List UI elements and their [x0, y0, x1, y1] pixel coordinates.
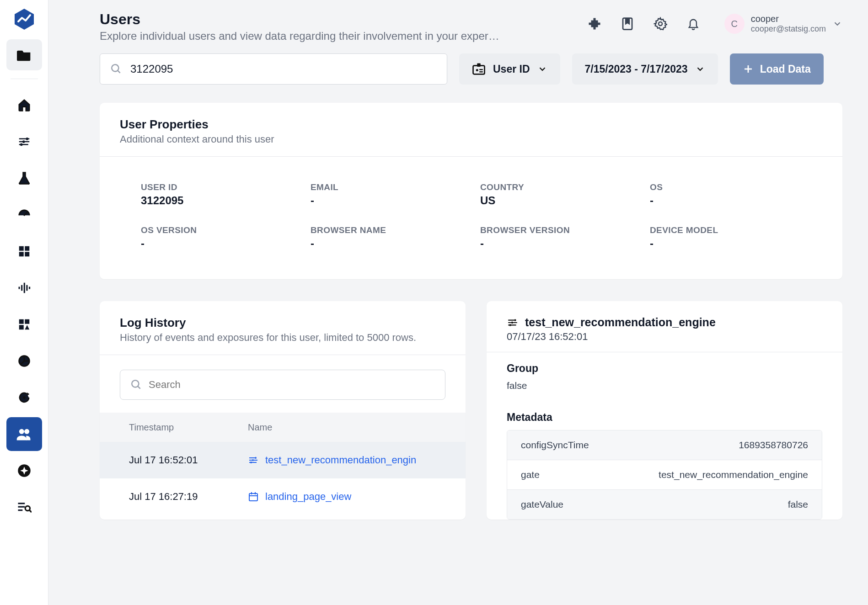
nav-refresh[interactable] — [6, 381, 42, 414]
prop-label: DEVICE MODEL — [650, 225, 801, 235]
metadata-row: gateValue false — [507, 490, 822, 519]
nav-speed[interactable] — [6, 198, 42, 232]
svg-rect-13 — [19, 319, 23, 324]
svg-rect-23 — [18, 506, 25, 508]
user-email: cooper@statsig.com — [751, 24, 826, 34]
svg-line-30 — [118, 70, 120, 73]
meta-key: gateValue — [521, 499, 563, 510]
svg-point-33 — [476, 69, 478, 71]
prop-value: - — [650, 237, 801, 250]
user-properties-title: User Properties — [120, 117, 822, 132]
puzzle-icon[interactable] — [586, 16, 603, 32]
id-type-selector[interactable]: User ID — [459, 53, 560, 85]
nav-tune[interactable] — [6, 125, 42, 159]
page-title: Users — [100, 11, 499, 28]
log-history-subtitle: History of events and exposures for this… — [120, 332, 445, 344]
svg-point-17 — [23, 396, 26, 399]
nav-query[interactable] — [6, 490, 42, 524]
user-search-input[interactable] — [130, 63, 437, 75]
gear-icon[interactable] — [652, 16, 669, 32]
top-actions: C cooper cooper@statsig.com — [586, 14, 842, 34]
log-table-header: Timestamp Name — [100, 413, 466, 442]
log-search[interactable] — [120, 370, 445, 400]
chevron-down-icon — [832, 19, 842, 29]
page-title-block: Users Explore individual users and view … — [100, 11, 499, 42]
chevron-down-icon — [537, 64, 547, 74]
prop-label: COUNTRY — [480, 182, 632, 192]
svg-rect-43 — [249, 494, 257, 501]
page-subtitle: Explore individual users and view data r… — [100, 30, 499, 42]
filters-row: User ID 7/15/2023 - 7/17/2023 Load Data — [100, 53, 842, 85]
badge-icon — [472, 63, 486, 75]
folder-button[interactable] — [6, 39, 42, 70]
svg-rect-12 — [29, 287, 30, 289]
user-search[interactable] — [100, 53, 447, 85]
user-properties-card: User Properties Additional context aroun… — [100, 103, 842, 279]
col-name: Name — [248, 422, 445, 433]
detail-title: test_new_recommendation_engine — [525, 316, 716, 329]
svg-rect-11 — [26, 285, 27, 291]
svg-rect-6 — [19, 252, 23, 256]
svg-rect-8 — [18, 287, 20, 289]
detail-timestamp: 07/17/23 16:52:01 — [507, 331, 822, 343]
user-properties-subtitle: Additional context around this user — [120, 133, 822, 145]
metadata-label: Metadata — [507, 411, 822, 424]
nav-dashboard[interactable] — [6, 234, 42, 268]
nav-explore[interactable] — [6, 454, 42, 488]
bell-icon[interactable] — [685, 16, 702, 32]
log-row[interactable]: Jul 17 16:52:01 test_new_recommendation_… — [100, 442, 466, 478]
user-name: cooper — [751, 14, 826, 24]
svg-point-38 — [132, 380, 139, 387]
svg-point-41 — [252, 459, 254, 461]
group-label: Group — [507, 362, 822, 375]
row-name: landing_page_view — [265, 491, 351, 503]
nav-users[interactable] — [6, 417, 42, 451]
sidebar — [0, 0, 48, 605]
prop-label: OS — [650, 182, 801, 192]
log-history-card: Log History History of events and exposu… — [100, 301, 466, 520]
user-menu[interactable]: C cooper cooper@statsig.com — [724, 14, 842, 34]
prop-value: - — [141, 237, 292, 250]
event-detail-card: test_new_recommendation_engine 07/17/23 … — [487, 301, 842, 520]
meta-value: test_new_recommendation_engine — [659, 469, 808, 480]
nav-home[interactable] — [6, 88, 42, 122]
svg-point-49 — [509, 324, 511, 326]
chevron-down-icon — [695, 64, 705, 74]
svg-point-1 — [26, 138, 28, 140]
nav-pie[interactable] — [6, 344, 42, 378]
bottom-row: Log History History of events and exposu… — [100, 301, 842, 520]
sliders-icon — [248, 455, 259, 466]
meta-key: configSyncTime — [521, 440, 589, 451]
row-name: test_new_recommendation_engin — [265, 454, 416, 466]
app-logo[interactable] — [12, 7, 36, 31]
nav-pulse[interactable] — [6, 271, 42, 305]
metadata-row: configSyncTime 1689358780726 — [507, 430, 822, 460]
svg-point-19 — [24, 430, 29, 434]
meta-value: false — [788, 499, 808, 510]
prop-value: - — [650, 194, 801, 207]
group-value: false — [507, 380, 822, 391]
log-search-input[interactable] — [149, 379, 435, 391]
nav-autotune[interactable] — [6, 308, 42, 341]
prop-label: BROWSER VERSION — [480, 225, 632, 235]
svg-rect-10 — [23, 283, 25, 293]
search-icon — [110, 63, 122, 75]
prop-value: US — [480, 194, 632, 207]
svg-point-29 — [112, 64, 118, 71]
svg-point-42 — [250, 462, 252, 463]
prop-value: 3122095 — [141, 194, 292, 207]
meta-key: gate — [521, 469, 540, 480]
bookmark-icon[interactable] — [619, 16, 636, 32]
nav-experiment[interactable] — [6, 161, 42, 195]
load-data-button[interactable]: Load Data — [730, 53, 824, 85]
row-timestamp: Jul 17 16:52:01 — [120, 454, 248, 466]
svg-line-26 — [29, 510, 32, 512]
date-range-selector[interactable]: 7/15/2023 - 7/17/2023 — [572, 53, 718, 85]
prop-value: - — [311, 237, 462, 250]
svg-rect-15 — [25, 319, 29, 324]
prop-label: USER ID — [141, 182, 292, 192]
log-row[interactable]: Jul 17 16:27:19 landing_page_view — [100, 478, 466, 515]
svg-point-47 — [514, 319, 516, 321]
prop-value: - — [480, 237, 632, 250]
row-timestamp: Jul 17 16:27:19 — [120, 491, 248, 503]
